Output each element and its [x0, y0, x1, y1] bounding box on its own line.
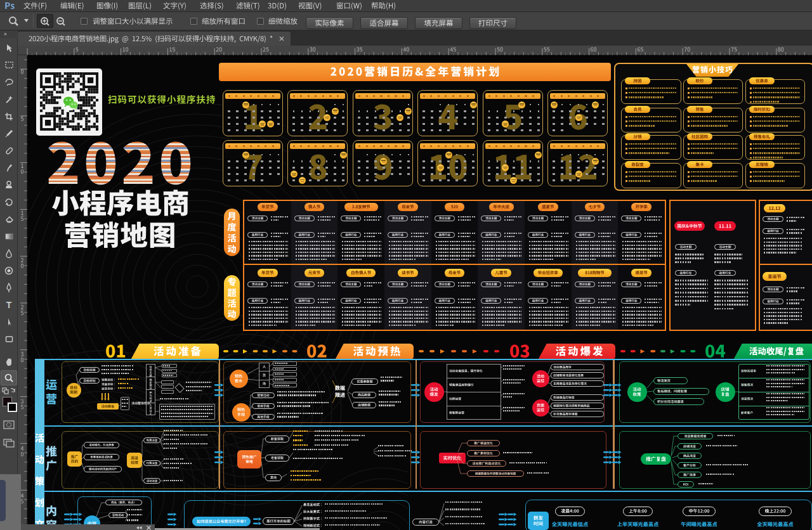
svg-text:T: T [6, 300, 12, 310]
